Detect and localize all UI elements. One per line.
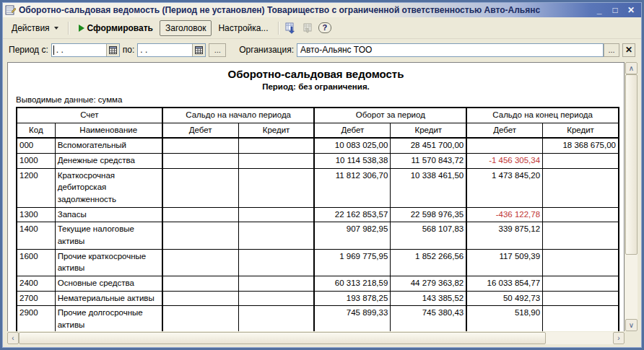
account-code-cell[interactable]: 1000 <box>17 154 55 169</box>
amount-cell[interactable]: 143 385,52 <box>391 291 466 306</box>
amount-cell[interactable] <box>543 168 619 207</box>
scroll-right-button[interactable]: › <box>613 332 625 344</box>
amount-cell[interactable] <box>162 276 238 292</box>
account-name-cell[interactable]: Нематериальные активы <box>55 291 162 306</box>
horizontal-scroll-track[interactable] <box>546 332 613 344</box>
amount-cell[interactable] <box>162 154 238 169</box>
amount-cell[interactable]: 10 083 025,00 <box>314 138 390 153</box>
amount-cell[interactable]: 518,90 <box>466 306 542 331</box>
amount-cell[interactable] <box>238 168 314 207</box>
amount-cell[interactable]: 16 033 854,77 <box>466 276 542 292</box>
amount-cell[interactable] <box>162 222 238 249</box>
amount-cell[interactable]: 10 338 461,50 <box>391 168 466 207</box>
amount-cell[interactable] <box>543 207 619 222</box>
amount-cell[interactable] <box>162 306 238 331</box>
amount-cell[interactable]: 339 875,12 <box>466 222 542 249</box>
period-to-input[interactable]: . . <box>137 43 206 57</box>
account-code-cell[interactable]: 1200 <box>17 168 55 207</box>
amount-cell[interactable]: 10 114 538,38 <box>314 154 390 169</box>
scroll-down-button[interactable]: ∨ <box>625 319 638 331</box>
amount-cell[interactable] <box>162 207 238 222</box>
amount-cell[interactable] <box>162 249 238 276</box>
amount-cell[interactable] <box>162 168 238 207</box>
settings-button[interactable]: Настройка... <box>212 20 274 36</box>
amount-cell[interactable] <box>238 249 314 276</box>
organization-clear-button[interactable]: ✕ <box>622 43 635 57</box>
maximize-button[interactable]: □ <box>610 5 620 15</box>
calendar-button[interactable] <box>106 44 119 56</box>
help-button[interactable]: ? <box>316 21 334 35</box>
amount-cell[interactable]: 1 852 266,56 <box>391 249 466 276</box>
vertical-scroll-thumb[interactable] <box>625 74 638 255</box>
amount-cell[interactable]: 11 570 843,72 <box>391 154 466 169</box>
period-more-button[interactable]: ... <box>209 43 226 57</box>
amount-cell[interactable] <box>238 222 314 249</box>
account-code-cell[interactable]: 2700 <box>17 291 55 306</box>
account-code-cell[interactable]: 2400 <box>17 276 55 292</box>
amount-cell[interactable]: 22 598 976,35 <box>391 207 466 222</box>
amount-cell[interactable]: -436 122,78 <box>466 207 542 222</box>
amount-cell[interactable] <box>543 291 619 306</box>
account-name-cell[interactable]: Прочие долгосрочные активы <box>55 306 162 331</box>
scroll-up-button[interactable]: ∧ <box>625 62 638 74</box>
close-button[interactable]: ✕ <box>626 5 636 15</box>
amount-cell[interactable] <box>543 276 619 292</box>
restore-settings-button-disabled[interactable] <box>300 21 316 35</box>
amount-cell[interactable] <box>162 138 238 153</box>
account-code-cell[interactable]: 2900 <box>17 306 55 331</box>
generate-button[interactable]: Сформировать <box>73 20 159 36</box>
amount-cell[interactable] <box>238 138 314 153</box>
organization-more-button[interactable]: ... <box>604 43 619 57</box>
amount-cell[interactable] <box>238 154 314 169</box>
amount-cell[interactable]: -1 456 305,34 <box>466 154 542 169</box>
amount-cell[interactable]: 193 878,25 <box>314 291 390 306</box>
account-name-cell[interactable]: Текущие налоговые активы <box>55 222 162 249</box>
amount-cell[interactable]: 50 492,73 <box>466 291 542 306</box>
amount-cell[interactable] <box>543 222 619 249</box>
account-name-cell[interactable]: Краткосрочная дебиторская задолженность <box>55 168 162 207</box>
amount-cell[interactable] <box>543 249 619 276</box>
account-name-cell[interactable]: Вспомогательный <box>55 138 162 153</box>
amount-cell[interactable]: 117 509,39 <box>466 249 542 276</box>
amount-cell[interactable]: 745 380,43 <box>391 306 466 331</box>
account-code-cell[interactable]: 1600 <box>17 249 55 276</box>
account-code-cell[interactable]: 1400 <box>17 222 55 249</box>
amount-cell[interactable] <box>238 306 314 331</box>
amount-cell[interactable] <box>543 306 619 331</box>
amount-cell[interactable]: 28 451 700,00 <box>391 138 466 153</box>
minimize-button[interactable]: _ <box>594 5 604 15</box>
amount-cell[interactable] <box>543 154 619 169</box>
amount-cell[interactable]: 44 279 363,82 <box>391 276 466 292</box>
account-name-cell[interactable]: Запасы <box>55 207 162 222</box>
vertical-scrollbar[interactable]: ∧ ∨ <box>625 62 638 331</box>
horizontal-scrollbar[interactable]: ‹ › <box>7 332 625 344</box>
account-code-cell[interactable]: 1300 <box>17 207 55 222</box>
period-from-input[interactable]: . . <box>51 43 120 57</box>
account-name-cell[interactable]: Основные средства <box>55 276 162 292</box>
account-name-cell[interactable]: Денежные средства <box>55 154 162 169</box>
amount-cell[interactable]: 745 899,33 <box>314 306 390 331</box>
amount-cell[interactable]: 22 162 853,57 <box>314 207 390 222</box>
header-toggle-button[interactable]: Заголовок <box>160 20 212 36</box>
amount-cell[interactable]: 1 969 775,95 <box>314 249 390 276</box>
amount-cell[interactable]: 1 473 845,20 <box>466 168 542 207</box>
amount-cell[interactable] <box>238 291 314 306</box>
account-code-cell[interactable]: 000 <box>17 138 55 153</box>
amount-cell[interactable]: 11 812 306,70 <box>314 168 390 207</box>
vertical-scroll-track[interactable] <box>625 255 638 319</box>
amount-cell[interactable] <box>162 291 238 306</box>
amount-cell[interactable] <box>238 276 314 292</box>
amount-cell[interactable]: 907 982,95 <box>314 222 390 249</box>
amount-cell[interactable] <box>466 138 542 153</box>
amount-cell[interactable] <box>238 207 314 222</box>
save-settings-button[interactable] <box>283 21 299 35</box>
actions-menu-button[interactable]: Действия <box>6 20 64 36</box>
scroll-left-button[interactable]: ‹ <box>7 332 19 344</box>
organization-input[interactable]: Авто-Альянс ТОО <box>297 43 604 57</box>
amount-cell[interactable]: 60 313 218,59 <box>314 276 390 292</box>
horizontal-scroll-thumb[interactable] <box>19 332 546 344</box>
account-name-cell[interactable]: Прочие краткосрочные активы <box>55 249 162 276</box>
amount-cell[interactable]: 18 368 675,00 <box>543 138 619 153</box>
amount-cell[interactable]: 568 107,83 <box>391 222 466 249</box>
calendar-button[interactable] <box>192 44 205 56</box>
